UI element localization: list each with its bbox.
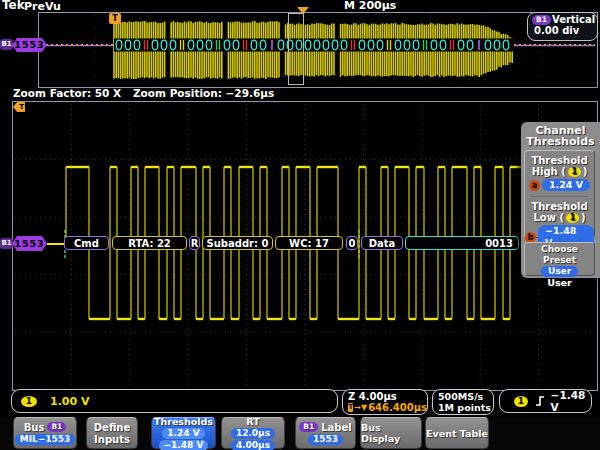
zoom-scale-value: Z 4.00µs xyxy=(348,391,427,402)
threshold-high-label2: High ( xyxy=(532,166,566,177)
main-bus-badge: B1 xyxy=(0,238,13,249)
overview-trigger-marker-icon: T xyxy=(109,13,121,24)
vertical-bus-badge: B1 xyxy=(532,15,551,25)
bus-button-label: Bus xyxy=(24,422,45,433)
menu-button-label[interactable]: B1 Label 1553 xyxy=(295,417,356,449)
rt-value1: 12.0µs xyxy=(231,428,275,439)
threshold-high-label: Threshold xyxy=(525,155,594,166)
decode-field-zero: 0 xyxy=(346,236,358,250)
panel-title-line2: Thresholds xyxy=(521,136,600,147)
trigger-readout: 1 −1.48 V xyxy=(499,389,592,413)
bus-vertical-readout: B1 Vertical 0.00 div xyxy=(527,12,598,41)
rt-label: RT xyxy=(246,416,259,427)
label-b1-badge: B1 xyxy=(299,422,318,432)
threshold-low-label: Threshold xyxy=(525,201,594,212)
vertical-value: 0.00 div xyxy=(532,25,597,36)
acquisition-status: PreVu xyxy=(24,1,61,12)
acquisition-readout: 500MS/s 1M points xyxy=(432,389,494,415)
vertical-label: Vertical xyxy=(552,14,595,25)
menu-button-bus-display[interactable]: Bus Display xyxy=(360,417,422,449)
menu-button-event-table[interactable]: Event Table xyxy=(425,417,489,449)
oscilloscope-screen: { "header": { "logo": "Tek", "acq_status… xyxy=(0,0,600,450)
menu-bar: Bus B1 MIL−1553 Define Inputs Thresholds… xyxy=(0,417,600,450)
menu-button-rt[interactable]: RT 12.0µs 4.00µs xyxy=(221,417,285,449)
channel-1-badge: 1 xyxy=(568,167,581,177)
choose-preset-section: Choose Preset User User xyxy=(524,242,595,276)
record-length-value: 1M points xyxy=(438,402,493,413)
menu-button-define-inputs[interactable]: Define Inputs xyxy=(86,417,138,449)
decode-field-wc: WC: 17 xyxy=(275,236,343,250)
zoom-factor-readout: Zoom Factor: 50 X xyxy=(13,88,121,99)
channel-1-badge: 1 xyxy=(21,396,37,407)
overview-waveform xyxy=(39,13,595,85)
bus-display-label: Bus Display xyxy=(361,422,421,444)
decode-field-subaddr: Subaddr: 0 xyxy=(202,236,273,250)
tek-logo: Tek xyxy=(2,0,25,11)
decode-field-data: Data xyxy=(361,236,403,250)
trigger-source-badge: 1 xyxy=(514,396,528,407)
rt-value2: 4.00µs xyxy=(231,440,275,450)
threshold-high-value[interactable]: 1.24 V xyxy=(542,179,590,191)
label-button-label: Label xyxy=(321,422,352,433)
multipurpose-b-badge: b xyxy=(525,232,536,243)
threshold-low-pill: −1.48 V xyxy=(159,440,209,450)
overview-bus-badge: B1 xyxy=(0,39,13,50)
bus-b1-badge: B1 xyxy=(47,422,66,432)
preset-user-pill[interactable]: User xyxy=(541,266,578,277)
zoom-scale-readout: Z 4.00µs T →▼ 646.400µs xyxy=(342,389,428,415)
bus-type-value: MIL−1553 xyxy=(15,434,76,445)
trigger-delay-value: 646.400µs xyxy=(368,402,427,413)
decode-field-rta: RTA: 22 xyxy=(112,236,187,250)
delay-arrows-icon: →▼ xyxy=(354,402,367,413)
threshold-high-value-row[interactable]: a 1.24 V xyxy=(525,179,594,191)
trigger-position-icon[interactable] xyxy=(297,7,309,14)
main-bus-label[interactable]: 1553 xyxy=(12,236,47,251)
trigger-level-value: −1.48 V xyxy=(551,389,591,413)
overview-window xyxy=(38,12,598,88)
threshold-section: Threshold High (1) a 1.24 V Threshold Lo… xyxy=(524,150,595,238)
define-inputs-line2: Inputs xyxy=(94,434,130,445)
timebase-readout: M 200µs xyxy=(344,0,396,11)
decode-field-r: R xyxy=(189,236,200,250)
threshold-high-pill: 1.24 V xyxy=(162,428,204,439)
channel-scale-readout: 1 1.00 V xyxy=(11,389,338,413)
channel-1-badge: 1 xyxy=(566,213,579,223)
menu-button-thresholds[interactable]: Thresholds 1.24 V −1.48 V xyxy=(151,417,216,449)
rising-edge-icon xyxy=(535,395,544,407)
define-inputs-line1: Define xyxy=(94,422,130,433)
threshold-low-label2: Low ( xyxy=(533,212,564,223)
preset-user-alt[interactable]: User xyxy=(525,277,594,288)
channel-scale-value: 1.00 V xyxy=(50,395,89,408)
choose-preset-heading: Choose Preset xyxy=(525,244,594,266)
trigger-t-icon: T xyxy=(348,403,353,412)
sample-rate-value: 500MS/s xyxy=(438,391,493,402)
section-divider xyxy=(531,196,588,197)
thresholds-label: Thresholds xyxy=(154,416,213,427)
decode-field-cmd: Cmd xyxy=(64,236,109,250)
zoom-window-bracket[interactable] xyxy=(288,13,304,85)
decode-field-data-value: 0013 xyxy=(405,236,519,250)
event-table-label: Event Table xyxy=(426,428,488,439)
multipurpose-a-badge: a xyxy=(529,180,540,191)
label-value: 1553 xyxy=(308,434,343,445)
zoom-position-readout: Zoom Position: −29.6µs xyxy=(133,88,274,99)
overview-bus-label[interactable]: 1553 xyxy=(12,38,47,52)
channel-thresholds-panel: Channel Thresholds Threshold High (1) a … xyxy=(521,122,600,278)
menu-button-bus[interactable]: Bus B1 MIL−1553 xyxy=(13,417,77,449)
